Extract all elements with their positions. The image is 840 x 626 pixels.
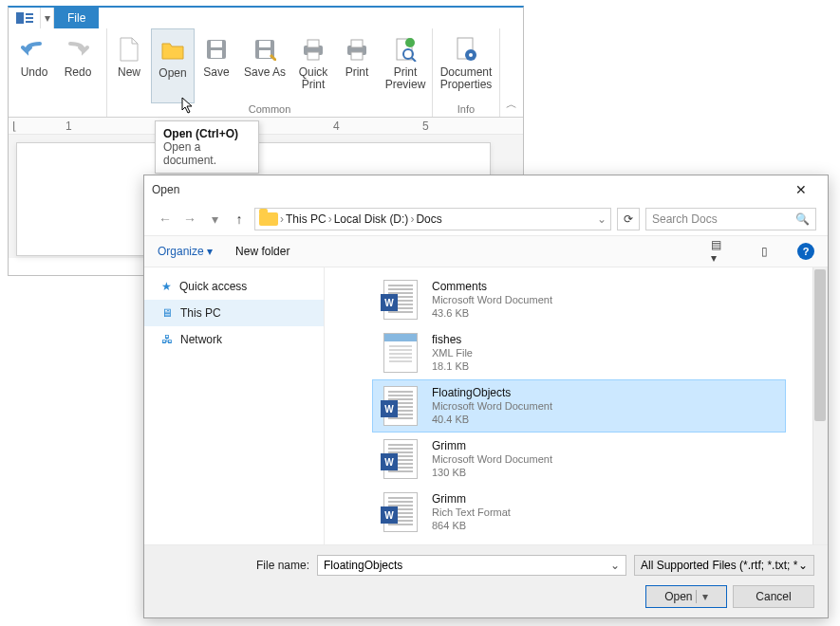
folder-icon bbox=[259, 212, 278, 226]
group-info-label: Info bbox=[433, 103, 499, 117]
file-size: 130 KB bbox=[432, 466, 552, 479]
quick-access-dropdown-icon[interactable]: ▾ bbox=[41, 8, 54, 28]
new-button[interactable]: New bbox=[107, 28, 151, 103]
ruler-tick: 5 bbox=[422, 120, 429, 133]
open-confirm-button[interactable]: Open ▾ bbox=[645, 585, 727, 608]
svg-rect-6 bbox=[211, 50, 222, 58]
command-bar: Organize ▾ New folder ▤ ▾ ▯ ? bbox=[144, 235, 828, 268]
undo-button[interactable]: Undo bbox=[12, 28, 56, 115]
ruler[interactable]: ⌊ 12345 bbox=[9, 118, 523, 135]
svg-rect-15 bbox=[351, 52, 363, 60]
dialog-footer: File name: FloatingObjects ⌄ All Support… bbox=[144, 544, 828, 617]
forward-icon[interactable]: → bbox=[180, 212, 199, 227]
word-doc-icon: W bbox=[381, 437, 420, 481]
sidebar-item-network[interactable]: 🖧 Network bbox=[144, 326, 324, 353]
sidebar-item-quickaccess[interactable]: ★ Quick access bbox=[144, 273, 324, 300]
svg-rect-8 bbox=[259, 41, 271, 47]
file-item[interactable]: WCommentsMicrosoft Word Document43.6 KB bbox=[372, 273, 786, 326]
sidebar: ★ Quick access 🖥 This PC 🖧 Network bbox=[144, 267, 325, 544]
organize-menu[interactable]: Organize ▾ bbox=[158, 245, 213, 258]
filename-dropdown-icon[interactable]: ⌄ bbox=[610, 559, 620, 572]
docprops-button[interactable]: Document Properties bbox=[433, 28, 499, 103]
close-button[interactable]: ✕ bbox=[782, 175, 820, 204]
chevron-icon: › bbox=[410, 212, 414, 226]
dialog-titlebar: Open ✕ bbox=[144, 175, 828, 204]
view-mode-button[interactable]: ▤ ▾ bbox=[710, 241, 731, 262]
redo-icon bbox=[63, 34, 93, 64]
tooltip-title: Open (Ctrl+O) bbox=[163, 127, 238, 140]
file-size: 40.4 KB bbox=[432, 413, 552, 426]
file-item[interactable]: WGrimmMicrosoft Word Document130 KB bbox=[372, 433, 786, 486]
preview-pane-button[interactable]: ▯ bbox=[754, 241, 775, 262]
file-name: Grimm bbox=[432, 492, 511, 506]
quickprint-icon bbox=[298, 34, 328, 64]
filetype-filter[interactable]: All Supported Files (*.rtf; *.txt; * ⌄ bbox=[634, 555, 814, 576]
filename-input[interactable]: FloatingObjects ⌄ bbox=[317, 555, 626, 576]
recent-dropdown-icon[interactable]: ▾ bbox=[205, 212, 224, 227]
help-button[interactable]: ? bbox=[797, 243, 814, 260]
search-input[interactable]: Search Docs 🔍 bbox=[645, 208, 816, 230]
file-type: Microsoft Word Document bbox=[432, 399, 552, 413]
file-list[interactable]: WCommentsMicrosoft Word Document43.6 KBf… bbox=[325, 267, 828, 544]
breadcrumb[interactable]: › This PC › Local Disk (D:) › Docs ⌄ bbox=[254, 208, 611, 230]
split-arrow-icon: ▾ bbox=[696, 590, 708, 603]
svg-rect-11 bbox=[308, 40, 319, 47]
undo-icon bbox=[19, 34, 49, 64]
save-icon bbox=[201, 34, 232, 64]
saveas-icon bbox=[250, 34, 280, 64]
svg-point-22 bbox=[469, 53, 473, 57]
tab-file[interactable]: File bbox=[54, 8, 99, 28]
file-name: FloatingObjects bbox=[432, 386, 552, 399]
svg-rect-1 bbox=[26, 13, 33, 15]
tooltip-body: Open a document. bbox=[163, 140, 216, 167]
refresh-button[interactable]: ⟳ bbox=[617, 208, 640, 230]
network-icon: 🖧 bbox=[161, 333, 173, 346]
ruler-tick: 1 bbox=[65, 120, 72, 133]
svg-point-17 bbox=[405, 38, 415, 47]
word-doc-icon: W bbox=[381, 490, 420, 534]
word-doc-icon: W bbox=[381, 384, 420, 428]
file-size: 864 KB bbox=[432, 519, 511, 532]
view-switch-icon[interactable] bbox=[9, 8, 41, 28]
scroll-thumb[interactable] bbox=[814, 269, 826, 421]
open-button[interactable]: Open bbox=[151, 28, 195, 103]
scrollbar[interactable] bbox=[812, 267, 828, 544]
saveas-button[interactable]: Save As bbox=[238, 28, 291, 103]
newfolder-button[interactable]: New folder bbox=[235, 245, 289, 258]
up-icon[interactable]: ↑ bbox=[230, 212, 249, 227]
star-icon: ★ bbox=[161, 280, 172, 293]
file-type: Rich Text Format bbox=[432, 506, 511, 519]
monitor-icon: 🖥 bbox=[161, 306, 173, 320]
breadcrumb-dropdown-icon[interactable]: ⌄ bbox=[597, 212, 607, 226]
file-item[interactable]: WGrimmRich Text Format864 KB bbox=[372, 486, 786, 539]
chevron-icon: › bbox=[280, 212, 284, 226]
open-tooltip: Open (Ctrl+O) Open a document. bbox=[155, 120, 259, 174]
quickprint-button[interactable]: Quick Print bbox=[291, 28, 335, 103]
search-placeholder: Search Docs bbox=[652, 212, 718, 226]
ribbon: Undo Redo New Open bbox=[9, 28, 523, 118]
save-button[interactable]: Save bbox=[195, 28, 238, 103]
filename-label: File name: bbox=[158, 559, 309, 572]
svg-rect-12 bbox=[308, 52, 319, 60]
new-doc-icon bbox=[114, 34, 144, 64]
print-button[interactable]: Print bbox=[335, 28, 379, 103]
collapse-ribbon-icon[interactable]: ︿ bbox=[500, 28, 523, 117]
print-icon bbox=[342, 34, 372, 64]
file-size: 43.6 KB bbox=[432, 306, 552, 320]
cancel-button[interactable]: Cancel bbox=[733, 585, 814, 608]
breadcrumb-part[interactable]: Docs bbox=[416, 212, 441, 226]
ruler-tick: 4 bbox=[333, 120, 340, 133]
file-type: Microsoft Word Document bbox=[432, 452, 552, 466]
file-item[interactable]: fishesXML File18.1 KB bbox=[372, 326, 786, 379]
printpreview-button[interactable]: Print Preview bbox=[379, 28, 432, 103]
svg-rect-3 bbox=[26, 21, 33, 23]
breadcrumb-part[interactable]: This PC bbox=[286, 212, 327, 226]
file-item[interactable]: WFloatingObjectsMicrosoft Word Document4… bbox=[372, 379, 786, 433]
breadcrumb-part[interactable]: Local Disk (D:) bbox=[334, 212, 409, 226]
sidebar-item-thispc[interactable]: 🖥 This PC bbox=[144, 300, 324, 326]
svg-rect-2 bbox=[26, 17, 33, 19]
svg-rect-14 bbox=[351, 40, 363, 47]
back-icon[interactable]: ← bbox=[156, 212, 175, 227]
redo-button[interactable]: Redo bbox=[56, 28, 100, 115]
open-dialog: Open ✕ ← → ▾ ↑ › This PC › Local Disk (D… bbox=[143, 175, 829, 618]
